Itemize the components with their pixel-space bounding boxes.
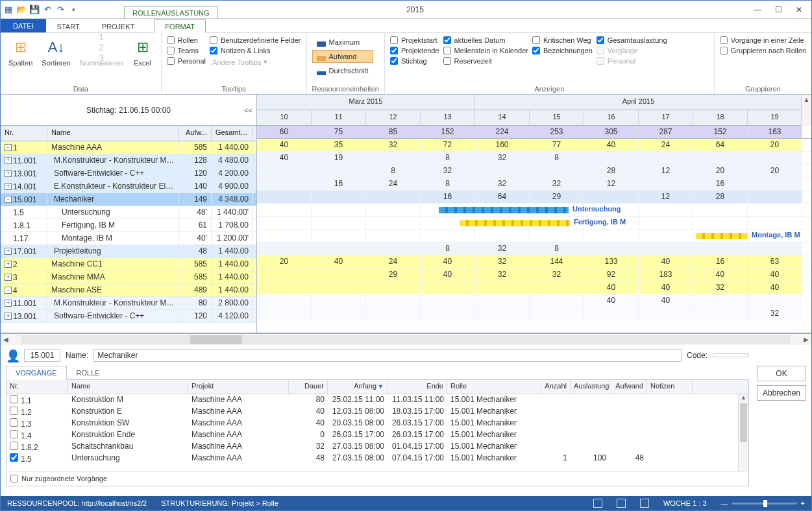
ok-button[interactable]: OK [757,366,806,381]
excel-button[interactable]: ⊞Excel [130,36,156,68]
list-item[interactable]: 1.1Konstruktion MMaschine AAA8025.02.15 … [6,394,748,406]
tab-rolle[interactable]: ROLLE [67,366,110,379]
sh-aufwand[interactable]: Aufwand [609,380,647,394]
detail-name-input[interactable]: Mechaniker [93,349,682,362]
expand-toggle[interactable]: + [5,170,12,177]
gantt-bar[interactable] [439,207,569,213]
sh-proj[interactable]: Projekt [188,380,289,394]
chk-notizen[interactable]: Notizen & Links [210,46,301,55]
chk-teams[interactable]: Teams [167,46,206,55]
chk-bezeichnungen[interactable]: Bezeichnungen [532,46,593,55]
chk-gesamtauslastung[interactable]: Gesamtauslastung [597,36,667,45]
zoom-slider[interactable] [732,503,797,505]
table-row[interactable]: +13.001Software-Entwickler - C++1204 120… [1,310,256,323]
expand-toggle[interactable]: + [5,248,12,255]
chk-nur-zugeordnet[interactable]: Nur zugeordnete Vorgänge [10,474,744,483]
close-button[interactable]: ✕ [793,4,805,16]
btn-durchschnitt[interactable]: Durchschnitt [312,64,373,77]
btn-maximum[interactable]: Maximum [312,36,373,49]
hdr-nr[interactable]: Nr. [1,126,47,141]
table-row[interactable]: +2Maschine CC15851 440.00 [1,258,256,271]
tab-file[interactable]: DATEI [1,19,46,32]
sortieren-button[interactable]: A↓Sortieren [39,36,73,68]
table-row[interactable]: +11.001M.Konstrukteur - Konstrukteur Me.… [1,297,256,310]
qat-more-icon[interactable]: ▾ [68,5,79,15]
chk-meilenstein[interactable]: Meilenstein in Kalender [443,46,528,55]
open-icon[interactable]: 📂 [16,5,27,15]
chk-projektende[interactable]: Projektende [390,46,439,55]
table-row[interactable]: -15.001Mechaniker1494 348.00 [1,193,256,206]
zoom-out-button[interactable]: — [721,499,728,507]
undo-icon[interactable]: ↶ [42,5,53,15]
nummerieren-button[interactable]: 123Nummerieren [77,36,126,68]
chk-gruppieren-rollen[interactable]: Gruppieren nach Rollen [720,46,806,55]
expand-toggle[interactable]: - [5,144,12,151]
list-item[interactable]: 1.8.2SchaltschrankbauMaschine AAA3227.03… [6,441,748,453]
detail-code-input[interactable] [713,353,749,357]
row-checkbox[interactable] [10,442,18,450]
chk-vg-einer-zeile[interactable]: Vorgänge in einer Zeile [720,36,806,45]
expand-toggle[interactable]: + [5,313,12,320]
view-icon-2[interactable] [617,499,626,508]
row-checkbox[interactable] [10,395,18,403]
row-checkbox[interactable] [10,430,18,438]
cancel-button[interactable]: Abbrechen [757,385,806,401]
h-scrollbar[interactable]: ◀ ▶ [1,333,811,345]
tab-projekt[interactable]: PROJEKT [91,19,146,32]
table-row[interactable]: +13.001Software-Entwickler - C++1204 200… [1,167,256,180]
hdr-name[interactable]: Name [47,126,179,141]
sh-auslastung[interactable]: Auslastung [571,380,609,394]
row-checkbox[interactable] [10,453,18,462]
hdr-aufw[interactable]: Aufw... [179,126,212,141]
table-row[interactable]: +3Maschine MMA5851 440.00 [1,271,256,284]
expand-toggle[interactable]: - [5,287,12,294]
expand-toggle[interactable]: + [5,157,12,164]
table-row[interactable]: 1.8.1Fertigung, IB M611 708.00 [1,219,256,232]
chk-kritischer-weg[interactable]: Kritischen Weg [532,36,593,45]
expand-toggle[interactable]: + [5,183,12,190]
scroll-thumb[interactable] [190,335,242,344]
expand-toggle[interactable]: + [5,274,12,281]
redo-icon[interactable]: ↷ [55,5,66,15]
table-row[interactable]: +17.001Projektleitung481 440.00 [1,245,256,258]
tab-format[interactable]: FORMAT [154,19,206,33]
chk-aktuelles-datum[interactable]: aktuelles Datum [443,36,528,45]
table-row[interactable]: 1.17Montage, IB M40'1 200.00' [1,232,256,245]
row-checkbox[interactable] [10,407,18,415]
sh-notizen[interactable]: Notizen [647,380,693,394]
scroll-left-icon[interactable]: ◀ [1,336,11,343]
detail-nr[interactable]: 15.001 [24,349,60,362]
spalten-button[interactable]: ⊞Spalten [6,36,35,68]
list-item[interactable]: 1.5UntersuchungMaschine AAA4827.03.15 08… [6,453,748,464]
chk-benutzerdef[interactable]: Benutzerdefinierte Felder [210,36,301,45]
sh-nr[interactable]: Nr. [6,380,68,394]
list-item[interactable]: 1.4Konstruktion EndeMaschine AAA026.03.1… [6,429,748,441]
scroll-up-icon[interactable]: ▲ [801,95,811,126]
table-row[interactable]: 1.5Untersuchung48'1 440.00' [1,206,256,219]
chk-projektstart[interactable]: Projektstart [390,36,439,45]
chk-rollen[interactable]: Rollen [167,36,206,45]
gantt-bar[interactable] [696,233,748,239]
expand-toggle[interactable]: - [5,196,12,203]
chk-personal[interactable]: Personal [167,56,206,65]
list-item[interactable]: 1.2Konstruktion EMaschine AAA4012.03.15 … [6,406,748,418]
chk-reservezeit[interactable]: Reservezeit [443,56,528,65]
table-row[interactable]: +14.001E.Konstrukteur - Konstrukteur Ele… [1,180,256,193]
sh-dauer[interactable]: Dauer [289,380,328,394]
collapse-left-icon[interactable]: << [244,106,252,114]
table-row[interactable]: +11.001M.Konstrukteur - Konstrukteur Me.… [1,154,256,167]
expand-toggle[interactable]: + [5,300,12,307]
tab-vorgaenge[interactable]: VORGÄNGE [6,366,67,380]
table-row[interactable]: -1Maschine AAA5851 440.00 [1,141,256,154]
hdr-ges[interactable]: Gesamtko... [212,126,253,141]
sh-ende[interactable]: Ende [388,380,447,394]
gantt-bar[interactable] [460,220,570,226]
sh-name[interactable]: Name [68,380,188,394]
btn-aufwand[interactable]: Aufwand [312,50,373,63]
view-icon-1[interactable] [593,499,602,508]
chk-stichtag[interactable]: Stichtag [390,56,439,65]
save-icon[interactable]: 💾 [29,5,40,15]
list-item[interactable]: 1.3Konstruktion SWMaschine AAA4020.03.15… [6,418,748,429]
minimize-button[interactable]: — [752,4,763,16]
sh-anzahl[interactable]: Anzahl [541,380,571,394]
